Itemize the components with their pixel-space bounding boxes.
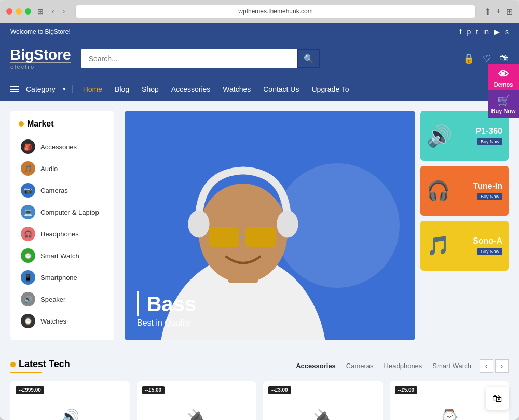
banner-subtitle-text: Best in Quality [137,318,196,328]
tab-smart-watch[interactable]: Smart Watch [432,362,471,370]
cart-float-icon: 🛒 [490,94,517,107]
buy-now-float-button[interactable]: 🛒 Buy Now [488,90,519,118]
side-banner-tunein: 🎧 Tune-In Buy Now [420,166,509,216]
nav-blog[interactable]: Blog [115,85,129,93]
header-icons: 🔒 ♡ 🛍 [463,53,509,64]
nav-watches[interactable]: Watches [223,85,251,93]
skype-icon[interactable]: s [505,27,509,36]
computer-icon: 💻 [21,205,35,219]
pinterest-icon[interactable]: p [467,27,471,36]
banner-title-line: Bass [137,291,196,316]
sidebar-toggle-btn[interactable]: ⊞ [35,6,46,17]
watches-icon: ⌚ [21,314,35,328]
p1360-image: 🔊 [427,124,453,148]
product-icon-3: 🔌 [313,408,332,421]
banner-title-text: Bass [146,292,196,315]
latest-tech-section: Latest Tech Accessories Cameras Headphon… [0,351,519,420]
section-title-block: Latest Tech [10,359,70,373]
sidebar-item-headphones[interactable]: 🎧 Headphones [19,223,106,245]
sidebar-item-cameras[interactable]: 📷 Cameras [19,179,106,201]
nav-accessories[interactable]: Accessories [171,85,210,93]
computer-label: Computer & Laptop [40,208,99,216]
smartwatch-icon: ⌚ [21,248,35,263]
product-icon-1: 🔊 [60,408,79,421]
forward-btn[interactable]: › [61,6,67,17]
sidebar-item-audio[interactable]: 🎵 Audio [19,158,106,179]
section-prev-btn[interactable]: ‹ [480,359,493,373]
logo-sub-text: electro [10,62,71,70]
welcome-text: Welcome to BigStore! [10,28,71,35]
hero-area: Bass Best in Quality 🔊 P1-360 Buy Now [125,111,509,340]
product-img-3: 🔌 [270,399,375,420]
nav-shop[interactable]: Shop [142,85,159,93]
category-dropdown[interactable]: Category ▼ [10,85,73,93]
tunein-buy-btn[interactable]: Buy Now [477,193,502,200]
sonoa-image: 🎵 [427,235,450,257]
lock-icon[interactable]: 🔒 [463,53,474,64]
tunein-name: Tune-In [473,181,502,191]
youtube-icon[interactable]: ▶ [494,27,500,36]
new-tab-icon[interactable]: + [496,7,501,17]
sidebar-item-accessories[interactable]: 🎒 Accessories [19,136,106,158]
search-button[interactable]: 🔍 [297,49,320,68]
address-bar[interactable]: wpthemes.themehunk.com [75,5,475,18]
main-banner: Bass Best in Quality [125,111,415,340]
nav-contact-us[interactable]: Contact Us [263,85,299,93]
sidebar-item-computer[interactable]: 💻 Computer & Laptop [19,201,106,223]
sidebar-item-smartphone[interactable]: 📱 Smartphone [19,267,106,288]
maximize-dot[interactable] [25,8,31,15]
product-icon-4: ⌚ [440,408,459,421]
section-title: Latest Tech [10,359,70,370]
section-next-btn[interactable]: › [495,359,509,373]
website-content: Welcome to BigStore! f p t in ▶ s BigSto… [0,23,519,420]
search-input[interactable] [81,49,297,68]
grid-icon[interactable]: ⊞ [506,7,513,17]
window-controls [6,8,31,15]
cart-icon[interactable]: 🛍 [499,53,509,64]
floating-cart-button[interactable]: 🛍 [486,387,509,410]
instagram-icon[interactable]: in [483,27,489,36]
sidebar-item-watches[interactable]: ⌚ Watches [19,310,106,332]
demos-float-button[interactable]: 👁 Demos [488,64,519,92]
section-controls: Accessories Cameras Headphones Smart Wat… [296,359,509,373]
product-badge-2: --£5.00 [142,386,165,394]
product-card-2: --£5.00 🔌 [137,381,256,420]
browser-window: ⊞ ‹ › wpthemes.themehunk.com ⬆ + ⊞ Welco… [0,0,519,420]
audio-icon: 🎵 [21,161,35,176]
category-chevron-icon: ▼ [62,86,67,92]
share-icon[interactable]: ⬆ [484,7,491,17]
nav-home[interactable]: Home [83,85,102,93]
tab-cameras[interactable]: Cameras [346,362,374,370]
url-text: wpthemes.themehunk.com [238,8,312,15]
facebook-icon[interactable]: f [460,27,462,36]
demos-label: Demos [494,81,513,88]
sonoa-buy-btn[interactable]: Buy Now [477,248,502,255]
headphones-label: Headphones [40,230,79,238]
title-dot-icon [19,121,24,127]
tab-headphones[interactable]: Headphones [384,362,422,370]
back-btn[interactable]: ‹ [50,6,57,17]
section-nav: ‹ › [480,359,509,373]
section-tabs: Accessories Cameras Headphones Smart Wat… [296,362,471,370]
eye-icon: 👁 [490,68,517,80]
sonoa-name: Sono-A [473,236,502,246]
header: BigStore electro 🔍 🔒 ♡ 🛍 [0,40,519,77]
twitter-icon[interactable]: t [476,27,478,36]
search-icon: 🔍 [304,54,314,64]
wishlist-icon[interactable]: ♡ [483,53,491,64]
section-header: Latest Tech Accessories Cameras Headphon… [10,351,509,377]
tunein-image: 🎧 [427,180,450,202]
tab-accessories[interactable]: Accessories [296,362,336,370]
nav-upgrade[interactable]: Upgrade To [311,85,349,93]
close-dot[interactable] [6,8,12,15]
audio-label: Audio [40,165,58,173]
smartphone-icon: 📱 [21,270,35,285]
top-bar: Welcome to BigStore! f p t in ▶ s [0,23,519,40]
minimize-dot[interactable] [16,8,22,15]
speaker-label: Speaker [40,296,65,303]
sidebar-item-speaker[interactable]: 🔊 Speaker [19,288,106,310]
side-banners: 🔊 P1-360 Buy Now 🎧 Tune-In Buy Now [420,111,509,340]
tunein-text: Tune-In Buy Now [473,181,502,200]
p1360-buy-btn[interactable]: Buy Now [477,138,502,145]
sidebar-item-smartwatch[interactable]: ⌚ Smart Watch [19,245,106,267]
